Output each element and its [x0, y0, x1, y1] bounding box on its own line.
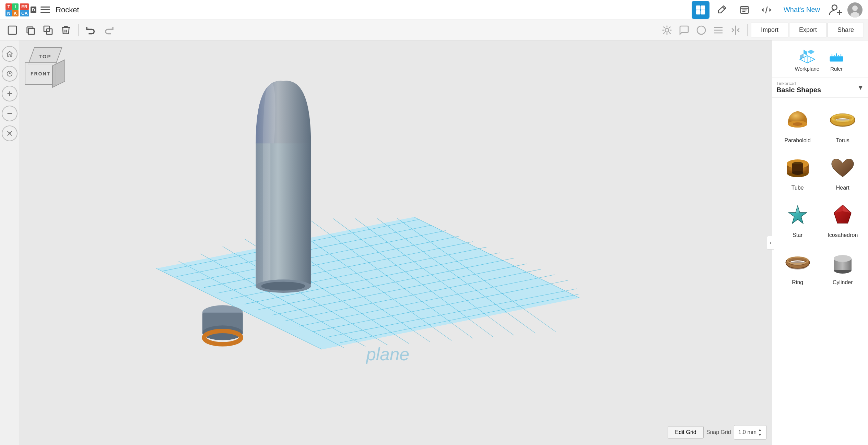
shape-heart[interactable]: Heart	[822, 149, 864, 194]
ring-label: Ring	[792, 279, 803, 286]
icosahedron-label: Icosahedron	[828, 232, 858, 238]
svg-point-29	[697, 26, 705, 34]
import-button[interactable]: Import	[751, 23, 788, 37]
heart-thumbnail	[827, 152, 858, 183]
workplane-tool[interactable]: Workplane	[795, 46, 819, 72]
svg-point-90	[792, 171, 803, 175]
svg-rect-72	[830, 56, 843, 61]
svg-line-28	[669, 26, 671, 28]
ruler-tool[interactable]: Ruler	[828, 46, 845, 72]
heart-label: Heart	[836, 185, 849, 191]
code-button[interactable]	[758, 1, 775, 19]
torus-thumbnail	[827, 105, 858, 135]
shapes-grid: Paraboloid	[772, 98, 868, 445]
home-view-button[interactable]	[2, 46, 17, 62]
shape-tube[interactable]: Tube	[776, 149, 819, 194]
svg-rect-0	[696, 5, 700, 9]
svg-marker-70	[804, 50, 807, 56]
torus-object	[204, 331, 241, 344]
redo-button[interactable]	[101, 22, 117, 38]
shape-selector-arrow: ▼	[857, 84, 864, 92]
edit-grid-button[interactable]: Edit Grid	[668, 426, 703, 438]
workplane-icon	[798, 46, 816, 64]
shape-cylinder[interactable]: Cylinder	[822, 244, 864, 288]
main-area: TOP FRONT	[0, 40, 868, 445]
toolbar-right: Import Export Share	[659, 22, 864, 38]
3d-scene[interactable]: plane	[19, 40, 772, 445]
shape-row-1: Paraboloid	[776, 102, 864, 146]
paraboloid-thumbnail	[782, 105, 813, 135]
fit-view-button[interactable]	[2, 66, 17, 82]
svg-line-23	[664, 26, 665, 28]
star-thumbnail	[782, 199, 813, 230]
align-button[interactable]	[710, 22, 727, 38]
svg-line-27	[664, 32, 665, 34]
delete-button[interactable]	[58, 22, 74, 38]
svg-rect-15	[8, 26, 16, 34]
panel-collapse-button[interactable]: ›	[767, 236, 774, 250]
svg-point-20	[665, 28, 669, 32]
add-user-button[interactable]	[828, 2, 843, 17]
ruler-label: Ruler	[830, 66, 843, 72]
viewport[interactable]: TOP FRONT	[19, 40, 772, 445]
star-label: Star	[793, 232, 802, 238]
svg-rect-1	[701, 5, 705, 9]
zoom-in-button[interactable]	[2, 86, 17, 101]
circle-select-button[interactable]	[693, 22, 709, 38]
right-panel-tools: Workplane Ruler	[772, 40, 868, 77]
shape-row-2: Tube	[776, 149, 864, 194]
svg-rect-3	[701, 10, 705, 14]
simulate-button[interactable]	[736, 1, 753, 19]
shape-paraboloid[interactable]: Paraboloid	[776, 102, 819, 146]
tube-label: Tube	[791, 185, 804, 191]
export-button[interactable]: Export	[789, 23, 827, 37]
paraboloid-label: Paraboloid	[785, 137, 811, 144]
light-button[interactable]	[659, 22, 675, 38]
rocket-highlight	[263, 140, 270, 287]
svg-point-9	[832, 5, 837, 10]
snap-grid-label: Snap Grid	[706, 429, 731, 435]
shape-row-3: Star	[776, 196, 864, 241]
notes-button[interactable]	[676, 22, 692, 38]
svg-line-24	[669, 32, 671, 34]
svg-rect-2	[696, 10, 700, 14]
shape-row-4: Ring	[776, 244, 864, 288]
ruler-icon	[828, 46, 845, 64]
tinkercad-logo[interactable]: T I N K	[5, 3, 19, 16]
svg-point-13	[852, 5, 858, 11]
undo-button[interactable]	[83, 22, 99, 38]
ring-thumbnail	[782, 246, 813, 277]
cylinder-label: Cylinder	[833, 279, 853, 286]
cylinder-thumbnail	[827, 246, 858, 277]
user-avatar[interactable]	[847, 2, 863, 17]
share-button[interactable]: Share	[828, 23, 864, 37]
tube-thumbnail	[782, 152, 813, 183]
copy-button[interactable]	[22, 22, 38, 38]
shape-library-selector[interactable]: Tinkercad Basic Shapes ▼	[772, 77, 868, 98]
whats-new-button[interactable]: What's New	[779, 6, 824, 14]
build-button[interactable]	[714, 1, 731, 19]
toolbar: Import Export Share	[0, 20, 868, 40]
svg-line-8	[765, 7, 767, 13]
hamburger-menu[interactable]	[40, 5, 50, 15]
perspective-button[interactable]	[2, 125, 17, 141]
mirror-button[interactable]	[727, 22, 744, 38]
svg-marker-71	[807, 50, 815, 54]
provider-label: Tinkercad	[776, 81, 821, 86]
shape-torus[interactable]: Torus	[822, 102, 864, 146]
svg-point-101	[834, 255, 852, 262]
duplicate-button[interactable]	[40, 22, 56, 38]
app-title: Rocket	[56, 5, 79, 14]
new-shape-button[interactable]	[4, 22, 21, 38]
snap-grid-value[interactable]: 1.0 mm ▲▼	[734, 425, 766, 440]
zoom-out-button[interactable]	[2, 106, 17, 121]
shape-library-name: Basic Shapes	[776, 86, 821, 94]
grid-view-button[interactable]	[692, 1, 709, 19]
shape-star[interactable]: Star	[776, 196, 819, 241]
top-nav: T I N K ER CA D Rocket	[0, 0, 868, 20]
plane-text: plane	[365, 344, 409, 364]
shape-icosahedron[interactable]: Icosahedron	[822, 196, 864, 241]
logo-area: T I N K ER CA D	[5, 3, 36, 16]
svg-point-80	[793, 122, 802, 126]
shape-ring[interactable]: Ring	[776, 244, 819, 288]
